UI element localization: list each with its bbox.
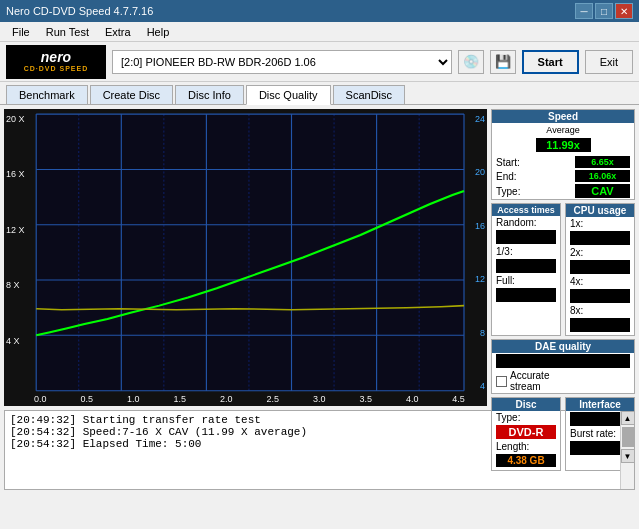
menu-bar: File Run Test Extra Help: [0, 22, 639, 42]
logo-nero: nero: [41, 50, 71, 65]
accurate-stream-row: Accurate stream: [492, 369, 634, 393]
minimize-button[interactable]: ─: [575, 3, 593, 19]
cpu-4x-row: 4x:: [566, 275, 634, 288]
toolbar: nero CD·DVD SPEED [2:0] PIONEER BD-RW BD…: [0, 42, 639, 82]
log-area: [20:49:32] Starting transfer rate test […: [5, 411, 620, 489]
cpu-2x-row: 2x:: [566, 246, 634, 259]
x-label-0: 0.0: [34, 394, 47, 404]
menu-file[interactable]: File: [4, 24, 38, 40]
average-value: 11.99x: [536, 138, 591, 152]
dae-value: [496, 354, 630, 368]
log-scrollbar[interactable]: ▲ ▼: [620, 411, 634, 489]
cpu-4x-value: [570, 289, 630, 303]
drive-selector[interactable]: [2:0] PIONEER BD-RW BDR-206D 1.06: [112, 50, 452, 74]
tab-bar: Benchmark Create Disc Disc Info Disc Qua…: [0, 82, 639, 105]
x-label-15: 1.5: [173, 394, 186, 404]
app-logo: nero CD·DVD SPEED: [6, 45, 106, 79]
tab-disc-quality[interactable]: Disc Quality: [246, 85, 331, 105]
right-panel: Speed Average 11.99x Start: 6.65x End: 1…: [491, 105, 639, 410]
chart-svg: [4, 109, 487, 406]
log-entry-2: [20:54:32] Elapsed Time: 5:00: [10, 438, 615, 450]
accurate-stream-checkbox[interactable]: [496, 376, 507, 387]
tab-create-disc[interactable]: Create Disc: [90, 85, 173, 104]
tab-scandisc[interactable]: ScanDisc: [333, 85, 405, 104]
menu-help[interactable]: Help: [139, 24, 178, 40]
log-time-0: [20:49:32]: [10, 414, 76, 426]
cpu-8x-value: [570, 318, 630, 332]
menu-extra[interactable]: Extra: [97, 24, 139, 40]
middle-sections: Access times Random: 1/3: Full:: [491, 203, 635, 336]
log-text-0: Starting transfer rate test: [83, 414, 261, 426]
speed-section: Speed Average 11.99x Start: 6.65x End: 1…: [491, 109, 635, 200]
one-third-value: [496, 259, 556, 273]
log-time-2: [20:54:32]: [10, 438, 76, 450]
type-row: Type: CAV: [492, 183, 634, 199]
start-value: 6.65x: [575, 156, 630, 168]
cpu-8x-row: 8x:: [566, 304, 634, 317]
cpu-1x-row: 1x:: [566, 217, 634, 230]
y-label-20: 20 X: [6, 114, 30, 124]
status-area: [20:49:32] Starting transfer rate test […: [4, 410, 635, 490]
x-label-45: 4.5: [452, 394, 465, 404]
y-right-4: 4: [469, 381, 485, 391]
one-third-row: 1/3:: [492, 245, 560, 258]
end-row: End: 16.06x: [492, 169, 634, 183]
window-controls: ─ □ ✕: [575, 3, 633, 19]
random-label: Random:: [496, 217, 537, 228]
full-label: Full:: [496, 275, 515, 286]
scroll-down-button[interactable]: ▼: [621, 449, 635, 463]
speed-label: Speed: [492, 110, 634, 123]
random-value: [496, 230, 556, 244]
scroll-thumb[interactable]: [622, 427, 634, 447]
close-button[interactable]: ✕: [615, 3, 633, 19]
logo-sub: CD·DVD SPEED: [24, 65, 89, 73]
cpu-section: CPU usage 1x: 2x: 4x:: [565, 203, 635, 336]
full-value: [496, 288, 556, 302]
exit-button[interactable]: Exit: [585, 50, 633, 74]
cpu-label: CPU usage: [566, 204, 634, 217]
y-right-20: 20: [469, 167, 485, 177]
y-right-12: 12: [469, 274, 485, 284]
log-text-2: Elapsed Time: 5:00: [83, 438, 202, 450]
disc-icon-button[interactable]: 💿: [458, 50, 484, 74]
y-right-16: 16: [469, 221, 485, 231]
disc-label: Disc: [492, 398, 560, 411]
x-label-25: 2.5: [266, 394, 279, 404]
cpu-2x-label: 2x:: [570, 247, 583, 258]
save-icon-button[interactable]: 💾: [490, 50, 516, 74]
x-label-10: 1.0: [127, 394, 140, 404]
start-button[interactable]: Start: [522, 50, 579, 74]
interface-label: Interface: [566, 398, 634, 411]
svg-rect-1: [36, 114, 464, 391]
cpu-1x-value: [570, 231, 630, 245]
start-row: Start: 6.65x: [492, 155, 634, 169]
access-section: Access times Random: 1/3: Full:: [491, 203, 561, 336]
one-third-label: 1/3:: [496, 246, 513, 257]
tab-disc-info[interactable]: Disc Info: [175, 85, 244, 104]
scroll-up-button[interactable]: ▲: [621, 411, 635, 425]
maximize-button[interactable]: □: [595, 3, 613, 19]
x-label-20: 2.0: [220, 394, 233, 404]
y-right-24: 24: [469, 114, 485, 124]
dae-section: DAE quality Accurate stream: [491, 339, 635, 394]
random-row: Random:: [492, 216, 560, 229]
y-axis-right: 24 20 16 12 8 4: [467, 109, 487, 406]
y-right-8: 8: [469, 328, 485, 338]
y-label-4: 4 X: [6, 336, 30, 346]
cpu-8x-label: 8x:: [570, 305, 583, 316]
accurate-label: Accurate stream: [510, 370, 549, 392]
type-value: CAV: [575, 184, 630, 198]
type-label: Type:: [496, 186, 520, 197]
y-label-8: 8 X: [6, 280, 30, 290]
end-value: 16.06x: [575, 170, 630, 182]
tab-benchmark[interactable]: Benchmark: [6, 85, 88, 104]
main-content: 20 X 16 X 12 X 8 X 4 X 24 20 16 12 8 4 0…: [0, 105, 639, 410]
log-entry-1: [20:54:32] Speed:7-16 X CAV (11.99 X ave…: [10, 426, 615, 438]
x-label-40: 4.0: [406, 394, 419, 404]
chart-area: 20 X 16 X 12 X 8 X 4 X 24 20 16 12 8 4 0…: [4, 109, 487, 406]
cpu-4x-label: 4x:: [570, 276, 583, 287]
title-bar: Nero CD-DVD Speed 4.7.7.16 ─ □ ✕: [0, 0, 639, 22]
menu-run-test[interactable]: Run Test: [38, 24, 97, 40]
log-time-1: [20:54:32]: [10, 426, 76, 438]
x-label-30: 3.0: [313, 394, 326, 404]
